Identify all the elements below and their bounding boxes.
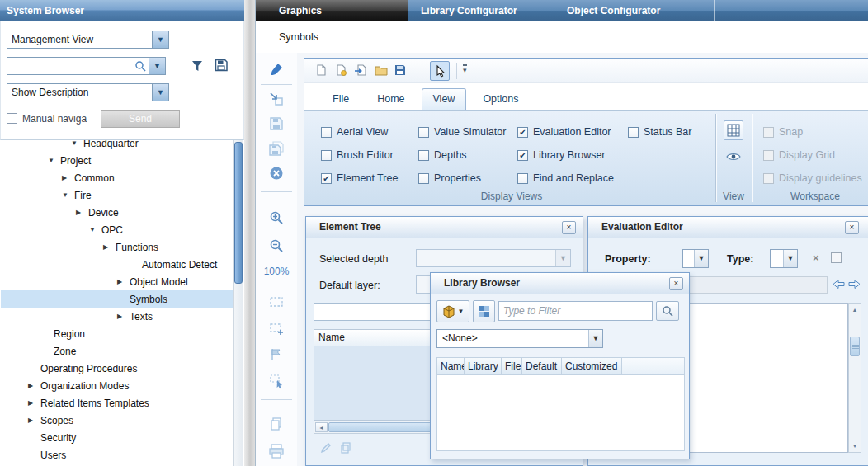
- expand-icon[interactable]: ▶: [76, 204, 88, 221]
- expand-icon[interactable]: ▶: [117, 308, 130, 325]
- expand-icon[interactable]: ▶: [28, 412, 40, 429]
- new-icon[interactable]: [314, 64, 329, 78]
- visibility-eye-icon[interactable]: [724, 147, 743, 167]
- ribbon-tab-options[interactable]: Options: [471, 88, 530, 110]
- subtab-symbols[interactable]: Symbols: [279, 31, 318, 43]
- panel-splitter[interactable]: [244, 0, 256, 466]
- send-button[interactable]: Send: [101, 110, 180, 128]
- collapse-icon[interactable]: ▼: [89, 221, 101, 238]
- import-icon[interactable]: [354, 64, 369, 78]
- zoom-out-icon[interactable]: [267, 236, 286, 256]
- library-list-area[interactable]: [436, 375, 685, 451]
- search-options-dropdown[interactable]: ▼: [149, 57, 166, 75]
- scroll-left-icon[interactable]: ◄: [315, 422, 328, 432]
- library-filter-input[interactable]: [499, 302, 652, 320]
- column-header-default[interactable]: Default: [522, 357, 562, 375]
- chevron-down-icon[interactable]: ▼: [152, 31, 168, 48]
- zoom-in-icon[interactable]: [267, 208, 286, 228]
- customize-toolbar-icon[interactable]: ▾: [463, 64, 467, 74]
- chevron-down-icon[interactable]: ▼: [694, 250, 708, 267]
- save-search-icon[interactable]: [214, 58, 229, 75]
- delete-circle-icon[interactable]: [267, 163, 286, 183]
- add-rect-icon[interactable]: [267, 318, 286, 338]
- close-icon[interactable]: ×: [845, 221, 859, 234]
- navigate-forward-icon[interactable]: [848, 279, 861, 292]
- tab-object-configurator[interactable]: Object Configurator: [554, 0, 715, 21]
- zoom-level-label[interactable]: 100%: [256, 266, 297, 277]
- scroll-up-icon[interactable]: ▲: [850, 304, 860, 315]
- checkbox-aerial-view[interactable]: Aerial View: [321, 125, 388, 139]
- column-header-file[interactable]: File: [502, 357, 522, 375]
- new-from-template-icon[interactable]: [334, 64, 349, 78]
- checkbox-depths[interactable]: Depths: [418, 148, 467, 162]
- expand-icon[interactable]: ▶: [62, 169, 74, 186]
- tree-item-security[interactable]: Security: [1, 429, 233, 446]
- view-mode-button[interactable]: [473, 300, 495, 322]
- scrollbar-thumb[interactable]: [328, 422, 444, 432]
- navigate-back-icon[interactable]: [833, 279, 845, 292]
- property-combo[interactable]: ▼: [682, 249, 709, 268]
- library-filter-box[interactable]: [498, 301, 653, 321]
- close-icon[interactable]: ×: [669, 277, 683, 290]
- search-box[interactable]: [7, 57, 149, 75]
- library-selection-combo[interactable]: <None> ▼: [436, 329, 603, 348]
- collapse-icon[interactable]: ▼: [48, 152, 60, 169]
- print-icon[interactable]: [267, 440, 286, 460]
- tree-scrollbar[interactable]: [233, 140, 243, 466]
- library-search-button[interactable]: [656, 301, 679, 321]
- tree-item-opc[interactable]: ▼OPC: [1, 221, 233, 238]
- chevron-down-icon[interactable]: ▼: [588, 330, 602, 347]
- tree-item-texts[interactable]: ▶Texts: [1, 308, 233, 325]
- scrollbar-thumb[interactable]: [850, 337, 860, 356]
- ribbon-tab-home[interactable]: Home: [366, 88, 416, 110]
- save-icon[interactable]: [267, 114, 286, 134]
- column-header-customized[interactable]: Customized: [562, 357, 622, 375]
- tree-item-operating-procedures[interactable]: Operating Procedures: [1, 360, 233, 377]
- checkbox-evaluation-editor[interactable]: ✔Evaluation Editor: [517, 125, 611, 139]
- view-mode-selector[interactable]: Management View ▼: [7, 31, 169, 49]
- tree-item-project[interactable]: ▼Project: [1, 152, 233, 169]
- tree-item-symbols[interactable]: Symbols: [1, 290, 233, 308]
- ribbon-tab-file[interactable]: File: [321, 88, 361, 110]
- chevron-down-icon[interactable]: ▼: [783, 250, 797, 267]
- collapse-icon[interactable]: ▼: [71, 140, 83, 152]
- filter-funnel-icon[interactable]: [191, 59, 204, 75]
- tab-graphics[interactable]: Graphics: [256, 0, 408, 21]
- tree-item-device[interactable]: ▶Device: [1, 204, 233, 221]
- checkbox-status-bar[interactable]: Status Bar: [628, 125, 691, 139]
- annotation-icon[interactable]: [267, 345, 286, 365]
- expand-icon[interactable]: ▶: [117, 273, 130, 290]
- toggle-checkbox-icon[interactable]: [831, 252, 842, 263]
- place-symbol-icon[interactable]: [267, 89, 286, 109]
- scrollbar-thumb[interactable]: [234, 142, 243, 284]
- brush-icon[interactable]: [267, 59, 286, 79]
- scroll-down-icon[interactable]: ▼: [850, 440, 860, 451]
- column-header-library[interactable]: Library: [465, 357, 502, 375]
- checkbox-find-and-replace[interactable]: Find and Replace: [517, 172, 614, 185]
- expand-icon[interactable]: ▶: [28, 394, 40, 412]
- checkbox-brush-editor[interactable]: Brush Editor: [321, 148, 394, 162]
- select-rect-icon[interactable]: [267, 292, 286, 312]
- tree-item-headquarter[interactable]: ▼Headquarter: [1, 140, 233, 152]
- expand-icon[interactable]: ▶: [103, 238, 116, 256]
- checkbox-library-browser[interactable]: ✔Library Browser: [517, 148, 606, 162]
- duplicate-icon[interactable]: [339, 441, 352, 457]
- open-icon[interactable]: [374, 64, 389, 78]
- tree-item-region[interactable]: Region: [1, 325, 233, 342]
- close-icon[interactable]: ×: [562, 221, 576, 234]
- copy-icon[interactable]: [267, 414, 286, 434]
- column-header-name[interactable]: Name: [436, 357, 465, 375]
- library-package-button[interactable]: ▼: [436, 300, 469, 322]
- tree-item-users[interactable]: Users: [1, 446, 233, 464]
- tree-item-automatic-detect[interactable]: Automatic Detect: [1, 256, 233, 273]
- manual-navigation-checkbox[interactable]: [7, 113, 17, 124]
- tree-item-related-items-templates[interactable]: ▶Related Items Templates: [1, 394, 233, 412]
- ribbon-tab-view[interactable]: View: [422, 88, 467, 110]
- edit-pencil-icon[interactable]: [319, 441, 333, 457]
- save-all-icon[interactable]: [267, 139, 286, 158]
- checkbox-element-tree[interactable]: ✔Element Tree: [321, 172, 398, 185]
- checkbox-properties[interactable]: Properties: [418, 172, 481, 185]
- grid-icon[interactable]: [724, 120, 743, 140]
- chevron-down-icon[interactable]: ▼: [149, 58, 165, 74]
- tree-item-scopes[interactable]: ▶Scopes: [1, 412, 233, 429]
